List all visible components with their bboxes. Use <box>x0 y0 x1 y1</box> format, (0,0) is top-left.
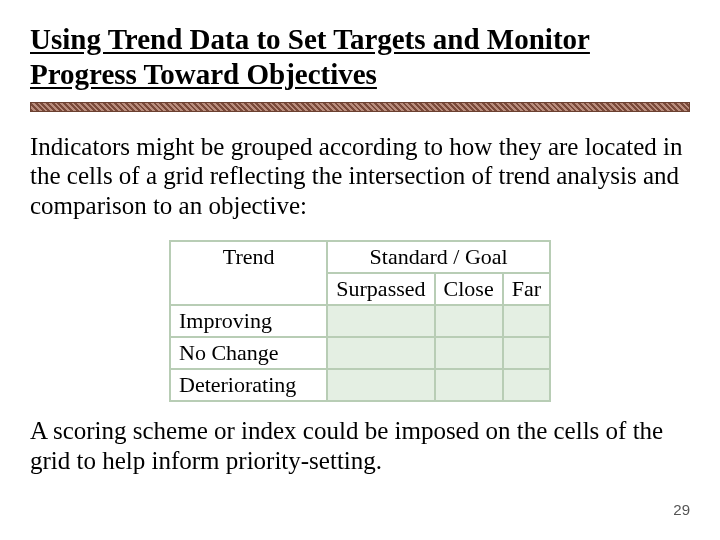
grid-cell <box>435 337 503 369</box>
row-header: No Change <box>170 337 327 369</box>
grid-cell <box>327 369 434 401</box>
row-header: Deteriorating <box>170 369 327 401</box>
table-row: Trend Standard / Goal <box>170 241 550 273</box>
title-rule <box>30 102 690 112</box>
slide: Using Trend Data to Set Targets and Moni… <box>0 0 720 540</box>
grid-table: Trend Standard / Goal Surpassed Close Fa… <box>169 240 551 402</box>
grid-cell <box>503 337 550 369</box>
slide-title: Using Trend Data to Set Targets and Moni… <box>30 22 690 92</box>
table-row: Deteriorating <box>170 369 550 401</box>
col-header: Surpassed <box>327 273 434 305</box>
grid-cell <box>435 305 503 337</box>
grid-cell <box>503 305 550 337</box>
outro-paragraph: A scoring scheme or index could be impos… <box>30 416 690 475</box>
col-group-header: Standard / Goal <box>327 241 550 273</box>
table-row: Improving <box>170 305 550 337</box>
grid-cell <box>327 305 434 337</box>
grid-cell <box>327 337 434 369</box>
grid-table-wrap: Trend Standard / Goal Surpassed Close Fa… <box>30 240 690 402</box>
page-number: 29 <box>673 501 690 518</box>
table-row: No Change <box>170 337 550 369</box>
col-header: Close <box>435 273 503 305</box>
row-header: Improving <box>170 305 327 337</box>
corner-cell: Trend <box>170 241 327 305</box>
intro-paragraph: Indicators might be grouped according to… <box>30 132 690 221</box>
col-header: Far <box>503 273 550 305</box>
grid-cell <box>503 369 550 401</box>
grid-cell <box>435 369 503 401</box>
